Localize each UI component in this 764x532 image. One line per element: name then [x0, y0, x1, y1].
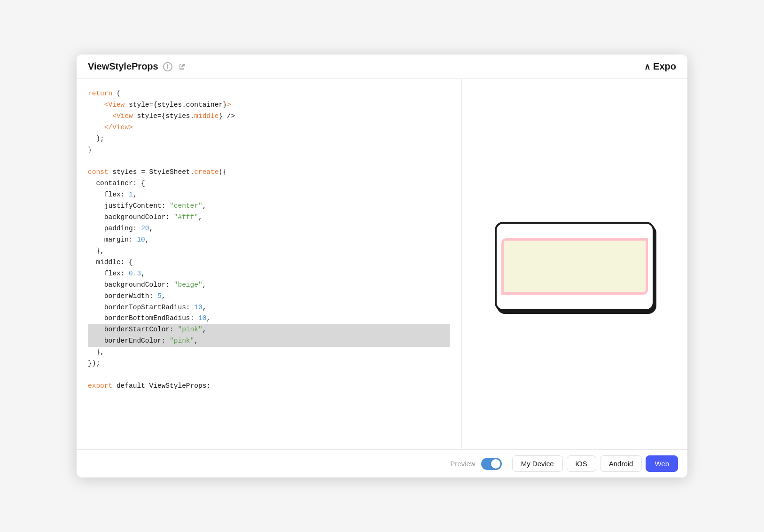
preview-panel [462, 79, 687, 449]
code-line-11: justifyContent: "center", [88, 201, 450, 212]
tab-mydevice[interactable]: My Device [512, 455, 563, 472]
code-line-1: return ( [88, 88, 450, 100]
tab-web[interactable]: Web [646, 455, 678, 472]
code-line-blank2 [88, 369, 450, 381]
bottom-bar: Preview My Device iOS Android Web [77, 449, 687, 477]
toggle-knob [491, 459, 500, 469]
code-line-20: borderTopStartRadius: 10, [88, 302, 450, 313]
code-line-5: ); [88, 133, 450, 145]
main-content: return ( <View style={styles.container}>… [77, 79, 687, 449]
code-line-21: borderBottomEndRadius: 10, [88, 313, 450, 324]
external-link-icon[interactable] [177, 62, 187, 71]
code-line-14: margin: 10, [88, 235, 450, 246]
code-line-8: const styles = StyleSheet.create({ [88, 167, 450, 178]
title-bar: ViewStyleProps i ∧ Expo [77, 55, 687, 79]
code-line-22: borderStartColor: "pink", [88, 324, 450, 336]
preview-visual [462, 79, 687, 449]
expo-label: Expo [653, 61, 676, 72]
code-line-18: backgroundColor: "beige", [88, 280, 450, 291]
code-panel[interactable]: return ( <View style={styles.container}>… [77, 79, 462, 449]
preview-toggle[interactable] [481, 458, 502, 470]
info-icon[interactable]: i [163, 62, 172, 71]
expo-logo: ∧ Expo [644, 61, 676, 72]
inner-box [501, 238, 648, 295]
code-line-2: <View style={styles.container}> [88, 100, 450, 111]
tab-ios[interactable]: iOS [567, 455, 596, 472]
preview-label: Preview [450, 460, 475, 468]
code-line-19: borderWidth: 5, [88, 291, 450, 302]
code-line-6: } [88, 145, 450, 156]
code-line-13: padding: 20, [88, 223, 450, 235]
code-line-blank1 [88, 156, 450, 167]
code-line-17: flex: 0.3, [88, 268, 450, 280]
code-line-9: container: { [88, 178, 450, 189]
phone-preview [490, 212, 659, 316]
code-line-23: borderEndColor: "pink", [88, 336, 450, 347]
code-line-16: middle: { [88, 257, 450, 268]
code-line-24: }, [88, 347, 450, 358]
page-title: ViewStyleProps [88, 61, 158, 72]
code-line-10: flex: 1, [88, 189, 450, 201]
outer-box [495, 222, 655, 311]
code-line-25: }); [88, 358, 450, 369]
tab-android[interactable]: Android [600, 455, 642, 472]
code-line-27: export default ViewStyleProps; [88, 381, 450, 392]
code-line-3: <View style={styles.middle} /> [88, 111, 450, 122]
app-window: ViewStyleProps i ∧ Expo return ( <View s… [77, 55, 687, 477]
title-bar-left: ViewStyleProps i [88, 61, 187, 72]
code-line-15: }, [88, 246, 450, 257]
expo-chevron: ∧ [644, 62, 650, 72]
code-line-12: backgroundColor: "#fff", [88, 212, 450, 223]
code-line-4: </View> [88, 122, 450, 133]
